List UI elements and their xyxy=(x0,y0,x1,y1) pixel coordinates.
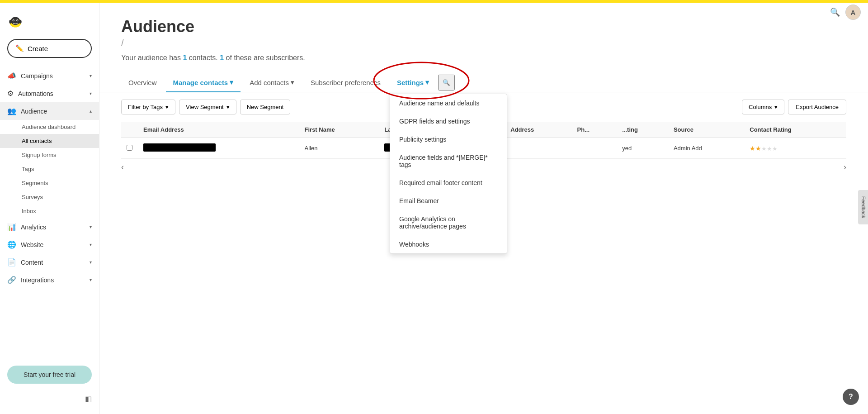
sidebar-item-website[interactable]: 🌐 Website ▾ xyxy=(0,236,99,253)
filter-by-tags-button[interactable]: Filter by Tags ▾ xyxy=(121,100,175,114)
integrations-icon: 🔗 xyxy=(7,276,16,284)
settings-menu-email-beamer[interactable]: Email Beamer xyxy=(390,192,507,210)
sidebar: ✏️ Create 📣 Campaigns ▾ ⚙ Automations ▾ … xyxy=(0,3,99,414)
user-avatar[interactable]: A xyxy=(845,5,861,20)
sidebar-item-signup-forms[interactable]: Signup forms xyxy=(0,148,99,162)
settings-dropdown-wrapper: Settings ▾ Audience name and defaults GD… xyxy=(390,73,436,92)
chevron-down-icon: ▾ xyxy=(90,277,92,282)
chevron-down-icon: ▾ xyxy=(774,104,778,110)
tab-bar: Overview Manage contacts ▾ Add contacts … xyxy=(99,73,868,92)
sidebar-item-tags[interactable]: Tags xyxy=(0,162,99,176)
help-button[interactable]: ? xyxy=(843,389,859,405)
table-header-firstname[interactable]: First Name xyxy=(299,122,379,138)
row-email[interactable] xyxy=(138,138,299,159)
sidebar-item-surveys[interactable]: Surveys xyxy=(0,190,99,204)
row-checkbox[interactable] xyxy=(127,145,132,151)
sidebar-item-segments[interactable]: Segments xyxy=(0,176,99,190)
row-source[interactable]: Admin Add xyxy=(668,138,744,159)
table-header-rating[interactable]: ...ting xyxy=(617,122,668,138)
create-label: Create xyxy=(28,45,48,52)
audience-icon: 👥 xyxy=(7,107,16,115)
table-header-address[interactable]: Address xyxy=(505,122,571,138)
search-icon: 🔍 xyxy=(830,8,840,17)
analytics-icon: 📊 xyxy=(7,223,16,231)
content-label: Content xyxy=(21,259,43,266)
table-header-checkbox xyxy=(121,122,138,138)
table-header-phone[interactable]: Ph... xyxy=(572,122,617,138)
logo xyxy=(0,10,99,39)
star-filled: ★★ xyxy=(750,145,761,152)
top-right-icons: 🔍 A xyxy=(830,5,861,20)
chevron-down-icon: ▾ xyxy=(90,73,92,78)
feedback-tab[interactable]: Feedback xyxy=(858,190,868,224)
svg-point-5 xyxy=(17,20,18,21)
columns-button[interactable]: Columns ▾ xyxy=(742,100,784,114)
row-address[interactable] xyxy=(505,138,571,159)
audience-label: Audience xyxy=(21,108,47,115)
table-header-email[interactable]: Email Address xyxy=(138,122,299,138)
sidebar-item-campaigns[interactable]: 📣 Campaigns ▾ xyxy=(0,67,99,85)
settings-menu-required-footer[interactable]: Required email footer content xyxy=(390,174,507,192)
sidebar-item-inbox[interactable]: Inbox xyxy=(0,204,99,218)
settings-dropdown-menu: Audience name and defaults GDPR fields a… xyxy=(390,94,507,254)
row-checkbox-cell[interactable] xyxy=(121,138,138,159)
chevron-up-icon: ▴ xyxy=(90,109,92,114)
main-content: Audience / Your audience has 1 contacts.… xyxy=(99,3,868,414)
sidebar-item-analytics[interactable]: 📊 Analytics ▾ xyxy=(0,218,99,236)
page-title: Audience xyxy=(121,17,846,36)
create-button[interactable]: ✏️ Create xyxy=(7,39,92,58)
automations-icon: ⚙ xyxy=(7,89,14,98)
settings-menu-publicity[interactable]: Publicity settings xyxy=(390,130,507,148)
email-redacted xyxy=(143,143,216,152)
settings-menu-webhooks[interactable]: Webhooks xyxy=(390,235,507,253)
row-firstname[interactable]: Allen xyxy=(299,138,379,159)
tab-settings[interactable]: Settings ▾ xyxy=(390,73,436,92)
export-audience-button[interactable]: Export Audience xyxy=(788,100,846,114)
new-segment-button[interactable]: New Segment xyxy=(240,100,291,114)
website-icon: 🌐 xyxy=(7,240,16,249)
settings-menu-audience-name[interactable]: Audience name and defaults xyxy=(390,94,507,112)
sidebar-item-automations[interactable]: ⚙ Automations ▾ xyxy=(0,85,99,102)
settings-menu-gdpr[interactable]: GDPR fields and settings xyxy=(390,112,507,130)
website-label: Website xyxy=(21,241,43,248)
analytics-label: Analytics xyxy=(21,224,46,231)
global-search-button[interactable]: 🔍 xyxy=(830,7,840,17)
audience-info: Your audience has 1 contacts. 1 of these… xyxy=(121,54,846,62)
content-icon: 📄 xyxy=(7,258,16,266)
star-empty: ★★★ xyxy=(761,145,778,152)
tab-subscriber-preferences[interactable]: Subscriber preferences xyxy=(303,73,388,92)
table-header-contact-rating[interactable]: Contact Rating xyxy=(744,122,846,138)
chevron-down-icon: ▾ xyxy=(90,260,92,265)
svg-point-7 xyxy=(19,20,22,24)
sidebar-item-audience[interactable]: 👥 Audience ▴ xyxy=(0,102,99,120)
sidebar-item-audience-dashboard[interactable]: Audience dashboard xyxy=(0,120,99,134)
collapse-sidebar-button[interactable]: ◧ xyxy=(0,391,99,407)
sidebar-item-content[interactable]: 📄 Content ▾ xyxy=(0,253,99,271)
page-header: Audience / Your audience has 1 contacts.… xyxy=(99,3,868,62)
tab-overview[interactable]: Overview xyxy=(121,73,164,92)
view-segment-button[interactable]: View Segment ▾ xyxy=(179,100,236,114)
svg-point-6 xyxy=(9,20,12,24)
scroll-left-button[interactable]: ‹ xyxy=(121,162,124,172)
table-header-source[interactable]: Source xyxy=(668,122,744,138)
chevron-down-icon: ▾ xyxy=(90,224,92,229)
pencil-icon: ✏️ xyxy=(15,44,24,52)
chevron-down-icon: ▾ xyxy=(230,78,233,86)
chevron-down-icon: ▾ xyxy=(90,91,92,96)
chevron-down-icon: ▾ xyxy=(165,104,169,110)
tab-add-contacts[interactable]: Add contacts ▾ xyxy=(242,73,302,92)
collapse-icon: ◧ xyxy=(85,395,92,403)
tab-manage-contacts[interactable]: Manage contacts ▾ xyxy=(166,73,241,92)
tab-search-button[interactable]: 🔍 xyxy=(438,75,455,90)
settings-menu-google-analytics[interactable]: Google Analytics on archive/audience pag… xyxy=(390,210,507,235)
breadcrumb: / xyxy=(121,38,846,48)
settings-menu-audience-fields[interactable]: Audience fields and *|MERGE|* tags xyxy=(390,148,507,174)
chevron-down-icon: ▾ xyxy=(90,242,92,247)
sidebar-item-all-contacts[interactable]: All contacts xyxy=(0,134,99,148)
row-phone[interactable] xyxy=(572,138,617,159)
free-trial-button[interactable]: Start your free trial xyxy=(7,366,92,384)
sidebar-item-integrations[interactable]: 🔗 Integrations ▾ xyxy=(0,271,99,289)
row-marketing-rating[interactable]: yed xyxy=(617,138,668,159)
scroll-right-button[interactable]: › xyxy=(844,162,846,172)
campaigns-label: Campaigns xyxy=(21,72,53,80)
